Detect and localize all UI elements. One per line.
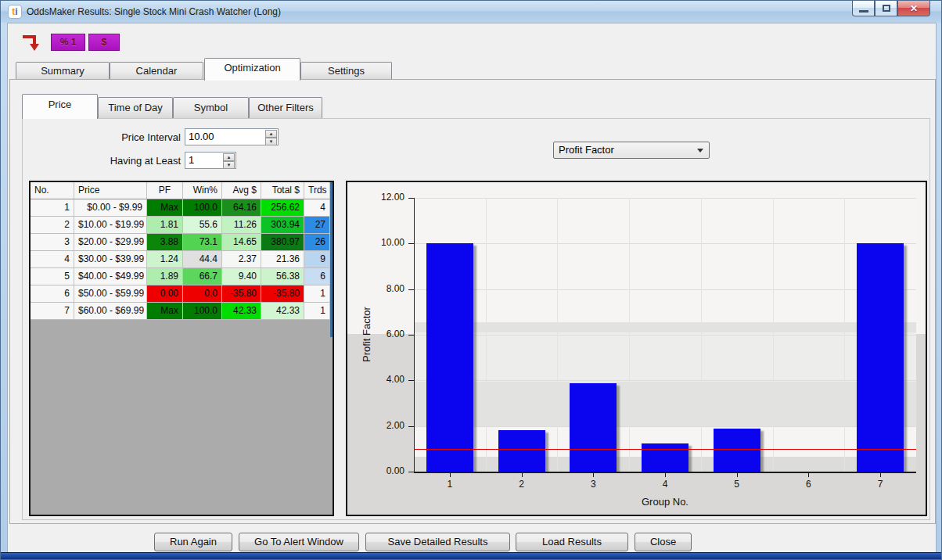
table-cell[interactable]: 380.97 — [261, 234, 304, 251]
column-header[interactable]: Price — [74, 182, 147, 199]
column-header[interactable]: No. — [31, 182, 74, 199]
table-cell[interactable]: 44.4 — [183, 251, 222, 268]
table-cell[interactable]: 9 — [304, 251, 330, 268]
go-to-alert-window-button[interactable]: Go To Alert Window — [239, 533, 359, 551]
bar-group-7[interactable] — [857, 243, 904, 472]
having-at-least-spinner[interactable]: ▲▼ — [223, 153, 235, 167]
run-again-button[interactable]: Run Again — [154, 533, 232, 551]
table-cell[interactable]: 27 — [304, 217, 330, 234]
table-cell[interactable]: 0.0 — [183, 285, 222, 303]
column-header[interactable]: Trds — [304, 182, 330, 199]
title-bar[interactable]: ti OddsMaker Results: Single Stock Mini … — [1, 1, 941, 23]
table-cell[interactable]: $40.00 - $49.99 — [74, 268, 147, 285]
table-cell[interactable]: 66.7 — [183, 268, 222, 285]
table-cell[interactable]: -35.80 — [222, 285, 261, 303]
bar-group-4[interactable] — [642, 443, 689, 472]
chevron-down-icon — [697, 149, 703, 153]
table-cell[interactable]: 6 — [304, 268, 330, 285]
tab-optimization[interactable]: Optimization — [204, 58, 300, 81]
table-cell[interactable]: 1.24 — [147, 251, 183, 268]
table-cell[interactable]: Max — [147, 303, 183, 320]
bar-group-2[interactable] — [498, 430, 545, 472]
table-cell[interactable]: 11.26 — [222, 217, 261, 234]
table-cell[interactable]: 26 — [304, 234, 330, 251]
bar-group-3[interactable] — [570, 383, 617, 472]
column-header[interactable]: Win% — [183, 182, 222, 199]
table-cell[interactable]: 21.36 — [261, 251, 304, 268]
table-cell[interactable]: 73.1 — [183, 234, 222, 251]
table-cell[interactable]: 14.65 — [222, 234, 261, 251]
maximize-button[interactable] — [875, 1, 897, 16]
results-table[interactable]: No.PricePFWin%Avg $Total $Trds1$0.00 - $… — [29, 181, 334, 516]
x-axis-title: Group No. — [618, 496, 712, 508]
table-right-edge — [330, 182, 333, 337]
tab-summary[interactable]: Summary — [16, 62, 110, 80]
spin-up-icon[interactable]: ▲ — [223, 153, 235, 161]
table-cell[interactable]: 4 — [31, 251, 74, 268]
bar-group-5[interactable] — [714, 429, 760, 472]
price-interval-spinner[interactable]: ▲▼ — [265, 130, 277, 144]
table-cell[interactable]: 6 — [31, 285, 74, 303]
column-header[interactable]: PF — [147, 182, 183, 199]
table-cell[interactable]: 4 — [304, 199, 330, 217]
table-cell[interactable]: 42.33 — [222, 303, 261, 320]
table-cell[interactable]: $30.00 - $39.99 — [74, 251, 147, 268]
table-cell[interactable]: 256.62 — [261, 199, 304, 217]
table-cell[interactable]: $60.00 - $69.99 — [74, 303, 147, 320]
subtab-symbol[interactable]: Symbol — [173, 97, 249, 118]
table-cell[interactable]: 55.6 — [183, 217, 222, 234]
table-cell[interactable]: 2 — [31, 217, 74, 234]
close-window-button[interactable]: ✕ — [897, 1, 930, 16]
table-cell[interactable]: $20.00 - $29.99 — [74, 234, 147, 251]
table-cell[interactable]: 64.16 — [222, 199, 261, 217]
subtab-price[interactable]: Price — [22, 94, 98, 119]
table-cell[interactable]: $0.00 - $9.99 — [74, 199, 147, 217]
spin-down-icon[interactable]: ▼ — [223, 161, 235, 169]
y-tick — [408, 335, 414, 336]
table-cell[interactable]: 303.94 — [261, 217, 304, 234]
subtab-other-filters[interactable]: Other Filters — [249, 97, 322, 118]
table-cell[interactable]: 5 — [31, 268, 74, 285]
table-cell[interactable]: $50.00 - $59.99 — [74, 285, 147, 303]
table-cell[interactable]: Max — [147, 199, 183, 217]
table-cell[interactable]: 1.89 — [147, 268, 183, 285]
price-interval-input[interactable]: 10.00 ▲▼ — [185, 128, 279, 145]
metric-dropdown[interactable]: Profit Factor — [553, 142, 710, 159]
table-cell[interactable]: 1 — [31, 199, 74, 217]
table-cell[interactable]: 1 — [304, 303, 330, 320]
tab-settings[interactable]: Settings — [300, 62, 392, 80]
minimize-button[interactable] — [852, 1, 875, 16]
table-cell[interactable]: 100.0 — [183, 199, 222, 217]
x-tick-label: 1 — [434, 479, 466, 490]
bar-group-1[interactable] — [426, 243, 473, 472]
table-cell[interactable]: $10.00 - $19.99 — [74, 217, 147, 234]
table-cell[interactable]: 100.0 — [183, 303, 222, 320]
table-cell[interactable]: 7 — [31, 303, 74, 320]
tab-calendar[interactable]: Calendar — [110, 62, 203, 80]
load-results-button[interactable]: Load Results — [516, 533, 628, 551]
table-cell[interactable]: 3 — [31, 234, 74, 251]
table-cell[interactable]: 56.38 — [261, 268, 304, 285]
spin-up-icon[interactable]: ▲ — [265, 130, 277, 138]
table-cell[interactable]: 42.33 — [261, 303, 304, 320]
table-cell[interactable]: -35.80 — [261, 285, 304, 303]
column-header[interactable]: Avg $ — [222, 182, 261, 199]
percent-toggle-button[interactable]: % 1 — [51, 34, 85, 51]
close-button[interactable]: Close — [635, 533, 692, 551]
table-cell[interactable]: 1.81 — [147, 217, 183, 234]
dollar-toggle-button[interactable]: $ — [88, 34, 120, 51]
table-cell[interactable]: 9.40 — [222, 268, 261, 285]
table-cell[interactable]: 2.37 — [222, 251, 261, 268]
subtab-time-of-day[interactable]: Time of Day — [98, 97, 173, 118]
column-header[interactable]: Total $ — [261, 182, 304, 199]
spin-down-icon[interactable]: ▼ — [265, 138, 277, 145]
gridline-h — [414, 289, 916, 290]
table-cell[interactable]: 3.88 — [147, 234, 183, 251]
y-tick — [408, 243, 414, 244]
table-cell[interactable]: 1 — [304, 285, 330, 303]
save-detailed-results-button[interactable]: Save Detailed Results — [365, 533, 510, 551]
having-at-least-input[interactable]: 1 ▲▼ — [185, 152, 236, 169]
export-arrow-icon[interactable] — [21, 31, 43, 53]
profit-factor-chart: 0.002.004.006.008.0010.0012.001234567Pro… — [346, 181, 927, 516]
table-cell[interactable]: 0.00 — [147, 285, 183, 303]
